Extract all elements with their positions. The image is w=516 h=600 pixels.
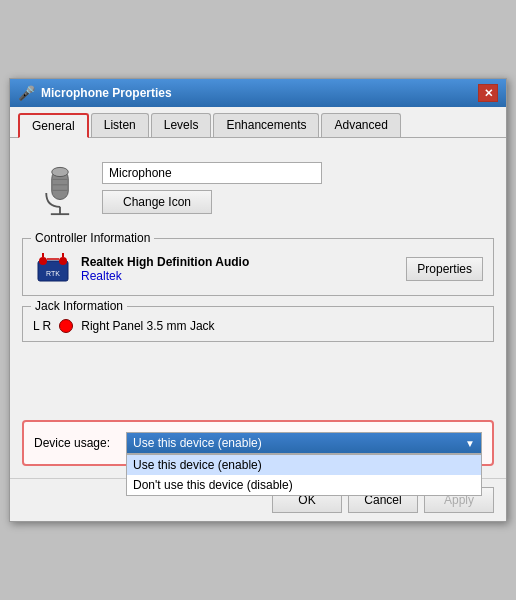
dropdown-item-enable[interactable]: Use this device (enable) — [127, 455, 481, 475]
device-usage-dropdown-selected[interactable]: Use this device (enable) ▼ — [126, 432, 482, 454]
title-bar: 🎤 Microphone Properties ✕ — [10, 79, 506, 107]
svg-point-3 — [52, 167, 69, 176]
controller-name: Realtek High Definition Audio — [81, 255, 249, 269]
lr-label: L R — [33, 319, 51, 333]
close-button[interactable]: ✕ — [478, 84, 498, 102]
svg-text:RTK: RTK — [46, 270, 60, 277]
window-icon: 🎤 — [18, 85, 35, 101]
device-usage-dropdown-container: Use this device (enable) ▼ Use this devi… — [126, 432, 482, 454]
jack-group-title: Jack Information — [31, 299, 127, 313]
controller-left: RTK Realtek High Definition Audio Realte… — [33, 251, 249, 287]
title-bar-left: 🎤 Microphone Properties — [18, 85, 172, 101]
tab-enhancements[interactable]: Enhancements — [213, 113, 319, 137]
spacer — [22, 352, 494, 412]
svg-point-10 — [59, 257, 67, 265]
device-icon-area — [30, 158, 90, 218]
content-area: Change Icon Controller Information RTK — [10, 138, 506, 478]
microphone-icon — [35, 161, 85, 216]
controller-link[interactable]: Realtek — [81, 269, 249, 283]
properties-button[interactable]: Properties — [406, 257, 483, 281]
device-name-area: Change Icon — [102, 162, 322, 214]
device-usage-dropdown-list: Use this device (enable) Don't use this … — [126, 454, 482, 496]
tab-listen[interactable]: Listen — [91, 113, 149, 137]
jack-group: Jack Information L R Right Panel 3.5 mm … — [22, 306, 494, 342]
realtek-icon: RTK — [33, 251, 73, 287]
controller-group: Controller Information RTK Realtek Hig — [22, 238, 494, 296]
svg-point-9 — [39, 257, 47, 265]
tab-general[interactable]: General — [18, 113, 89, 138]
controller-info: Realtek High Definition Audio Realtek — [81, 255, 249, 283]
dropdown-arrow-icon: ▼ — [465, 438, 475, 449]
change-icon-button[interactable]: Change Icon — [102, 190, 212, 214]
tab-advanced[interactable]: Advanced — [321, 113, 400, 137]
device-header: Change Icon — [22, 150, 494, 226]
device-usage-label: Device usage: — [34, 436, 114, 450]
device-usage-selected-text: Use this device (enable) — [133, 436, 262, 450]
window-title: Microphone Properties — [41, 86, 172, 100]
tabs-bar: General Listen Levels Enhancements Advan… — [10, 107, 506, 138]
device-name-input[interactable] — [102, 162, 322, 184]
controller-row: RTK Realtek High Definition Audio Realte… — [33, 251, 483, 287]
red-dot-icon — [59, 319, 73, 333]
controller-group-title: Controller Information — [31, 231, 154, 245]
jack-description: Right Panel 3.5 mm Jack — [81, 319, 214, 333]
tab-levels[interactable]: Levels — [151, 113, 212, 137]
jack-row: L R Right Panel 3.5 mm Jack — [33, 319, 483, 333]
properties-window: 🎤 Microphone Properties ✕ General Listen… — [9, 78, 507, 522]
device-usage-row: Device usage: Use this device (enable) ▼… — [22, 420, 494, 466]
dropdown-item-disable[interactable]: Don't use this device (disable) — [127, 475, 481, 495]
